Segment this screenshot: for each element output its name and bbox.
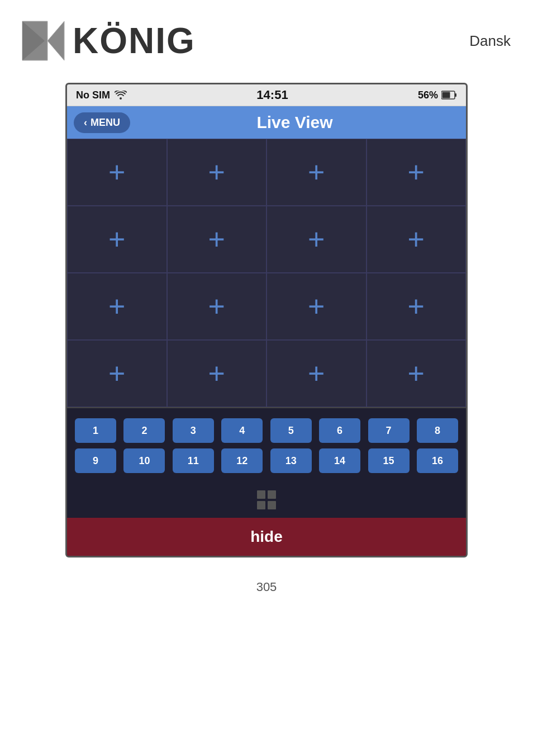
channel-btn-10[interactable]: 10 [123,448,165,473]
camera-cell-12[interactable]: + [367,273,467,340]
phone-frame: No SIM 14:51 56% ‹ MENU Live View [65,83,468,557]
add-camera-icon-5: + [108,225,125,254]
add-camera-icon-2: + [208,158,225,187]
camera-cell-14[interactable]: + [167,340,267,407]
menu-button[interactable]: ‹ MENU [74,112,130,133]
camera-cell-3[interactable]: + [266,139,367,206]
camera-cell-16[interactable]: + [367,340,467,407]
camera-cell-10[interactable]: + [167,273,267,340]
logo-text: KÖNIG [73,20,196,62]
camera-cell-15[interactable]: + [266,340,367,407]
status-time: 14:51 [127,88,418,102]
add-camera-icon-7: + [308,225,325,254]
add-camera-icon-12: + [408,292,425,321]
channel-btn-12[interactable]: 12 [221,448,263,473]
language-label: Dansk [469,32,511,50]
add-camera-icon-8: + [408,225,425,254]
grid-layout-icon [256,490,277,510]
add-camera-icon-1: + [108,158,125,187]
svg-rect-6 [268,490,276,499]
channel-btn-7[interactable]: 7 [368,418,410,443]
page-number: 305 [256,580,277,594]
svg-rect-5 [257,490,265,499]
channel-btn-5[interactable]: 5 [270,418,312,443]
camera-cell-1[interactable]: + [67,139,167,206]
channel-btn-14[interactable]: 14 [319,448,360,473]
layout-icon-container[interactable] [256,490,277,510]
channel-section: 1 2 3 4 5 6 7 8 9 10 11 12 13 14 15 16 [67,408,466,484]
channel-btn-9[interactable]: 9 [75,448,116,473]
hide-button[interactable]: hide [67,518,466,556]
camera-cell-5[interactable]: + [67,206,167,273]
camera-cell-8[interactable]: + [367,206,467,273]
camera-cell-9[interactable]: + [67,273,167,340]
wifi-icon [115,91,127,100]
add-camera-icon-3: + [308,158,325,187]
channel-btn-13[interactable]: 13 [270,448,312,473]
channel-btn-15[interactable]: 15 [368,448,410,473]
status-left: No SIM [76,89,127,101]
add-camera-icon-9: + [108,292,125,321]
camera-grid: + + + + + + + + + + + [67,139,466,408]
add-camera-icon-4: + [408,158,425,187]
camera-cell-13[interactable]: + [67,340,167,407]
nav-title: Live View [130,113,459,132]
channel-btn-2[interactable]: 2 [123,418,165,443]
logo-container: KÖNIG [17,16,196,66]
logo-icon [17,16,67,66]
channel-row-2: 9 10 11 12 13 14 15 16 [75,448,458,473]
status-right: 56% [418,89,457,101]
battery-icon [441,91,457,100]
channel-btn-11[interactable]: 11 [173,448,214,473]
layout-section [67,484,466,518]
channel-btn-6[interactable]: 6 [319,418,360,443]
camera-cell-2[interactable]: + [167,139,267,206]
channel-btn-16[interactable]: 16 [417,448,458,473]
camera-cell-11[interactable]: + [266,273,367,340]
svg-rect-8 [268,501,276,509]
svg-rect-7 [257,501,265,509]
channel-btn-3[interactable]: 3 [173,418,214,443]
camera-cell-4[interactable]: + [367,139,467,206]
header: KÖNIG Dansk [0,0,533,77]
channel-btn-1[interactable]: 1 [75,418,116,443]
menu-label: MENU [91,117,120,129]
add-camera-icon-14: + [208,359,225,388]
add-camera-icon-10: + [208,292,225,321]
channel-row-1: 1 2 3 4 5 6 7 8 [75,418,458,443]
add-camera-icon-11: + [308,292,325,321]
add-camera-icon-13: + [108,359,125,388]
menu-chevron: ‹ [84,117,87,129]
add-camera-icon-6: + [208,225,225,254]
svg-rect-4 [442,92,450,98]
channel-btn-8[interactable]: 8 [417,418,458,443]
camera-cell-6[interactable]: + [167,206,267,273]
svg-rect-3 [455,93,456,97]
channel-btn-4[interactable]: 4 [221,418,263,443]
nav-bar: ‹ MENU Live View [67,106,466,139]
carrier-text: No SIM [76,89,110,101]
camera-cell-7[interactable]: + [266,206,367,273]
add-camera-icon-15: + [308,359,325,388]
status-bar: No SIM 14:51 56% [67,84,466,106]
add-camera-icon-16: + [408,359,425,388]
battery-percent: 56% [418,89,438,101]
